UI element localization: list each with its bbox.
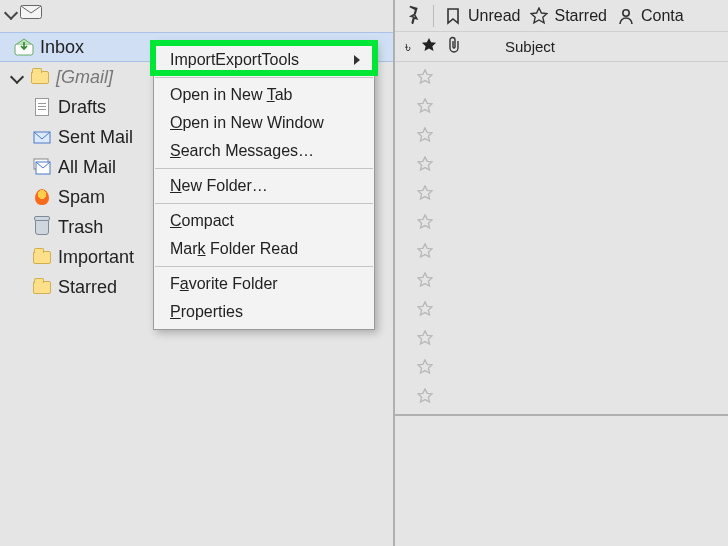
menu-separator [155, 77, 373, 78]
menu-label: Open in New Window [170, 114, 324, 132]
star-outline-icon[interactable] [417, 388, 433, 404]
list-item[interactable] [395, 91, 728, 120]
folder-label: Drafts [58, 97, 106, 118]
star-outline-icon[interactable] [417, 214, 433, 230]
star-outline-icon[interactable] [417, 359, 433, 375]
subject-column[interactable]: Subject [505, 38, 555, 55]
inbox-icon [14, 37, 34, 57]
star-outline-icon[interactable] [417, 156, 433, 172]
folder-icon [32, 247, 52, 267]
draft-icon [32, 97, 52, 117]
menu-separator [155, 266, 373, 267]
list-item[interactable] [395, 149, 728, 178]
menu-label: Open in New Tab [170, 86, 292, 104]
menu-new-folder[interactable]: New Folder… [154, 172, 374, 200]
toolbar-separator [433, 5, 434, 27]
list-item[interactable] [395, 236, 728, 265]
message-list[interactable] [395, 62, 728, 416]
star-icon [530, 7, 548, 25]
list-item[interactable] [395, 178, 728, 207]
menu-compact[interactable]: Compact [154, 207, 374, 235]
star-outline-icon[interactable] [417, 185, 433, 201]
folder-label: Starred [58, 277, 117, 298]
list-item[interactable] [395, 62, 728, 91]
menu-search-messages[interactable]: Search Messages… [154, 137, 374, 165]
submenu-arrow-icon [354, 55, 360, 65]
expand-chevron-icon[interactable] [10, 70, 24, 84]
list-item[interactable] [395, 352, 728, 381]
folder-context-menu: ImportExportTools Open in New Tab Open i… [153, 42, 375, 330]
message-area: Unread Starred Conta ৳ Subject [395, 0, 728, 546]
column-headers: ৳ Subject [395, 32, 728, 62]
menu-label: Properties [170, 303, 243, 321]
star-outline-icon[interactable] [417, 301, 433, 317]
list-item[interactable] [395, 294, 728, 323]
filter-label: Conta [641, 7, 684, 25]
list-item[interactable] [395, 381, 728, 410]
person-icon [617, 7, 635, 25]
spam-icon [32, 187, 52, 207]
star-outline-icon[interactable] [417, 243, 433, 259]
star-outline-icon[interactable] [417, 127, 433, 143]
filter-label: Unread [468, 7, 520, 25]
account-envelope-icon [20, 4, 42, 24]
folder-label: Sent Mail [58, 127, 133, 148]
folder-label: All Mail [58, 157, 116, 178]
folder-label: Important [58, 247, 134, 268]
star-outline-icon[interactable] [417, 330, 433, 346]
filter-starred[interactable]: Starred [530, 7, 606, 25]
menu-label: Mark Folder Read [170, 240, 298, 258]
list-item[interactable] [395, 323, 728, 352]
folder-label: [Gmail] [56, 67, 113, 88]
star-outline-icon[interactable] [417, 69, 433, 85]
pin-icon[interactable] [403, 4, 423, 28]
preview-pane [395, 416, 728, 546]
filter-contact[interactable]: Conta [617, 7, 684, 25]
folder-icon [30, 67, 50, 87]
filter-unread[interactable]: Unread [444, 7, 520, 25]
star-outline-icon[interactable] [417, 98, 433, 114]
list-item[interactable] [395, 265, 728, 294]
menu-open-new-tab[interactable]: Open in New Tab [154, 81, 374, 109]
folder-sidebar: Inbox [Gmail] Drafts Sent Mail [0, 0, 395, 546]
menu-favorite-folder[interactable]: Favorite Folder [154, 270, 374, 298]
bookmark-icon [444, 7, 462, 25]
menu-label: Search Messages… [170, 142, 314, 160]
menu-separator [155, 168, 373, 169]
folder-icon [32, 277, 52, 297]
star-column[interactable] [421, 37, 437, 56]
collapse-chevron-icon[interactable] [4, 6, 18, 20]
svg-point-5 [623, 9, 629, 15]
allmail-icon [32, 157, 52, 177]
menu-open-new-window[interactable]: Open in New Window [154, 109, 374, 137]
menu-label: ImportExportTools [170, 51, 299, 69]
folder-label: Inbox [40, 37, 84, 58]
menu-properties[interactable]: Properties [154, 298, 374, 326]
folder-label: Spam [58, 187, 105, 208]
menu-label: New Folder… [170, 177, 268, 195]
thread-column[interactable]: ৳ [405, 38, 411, 56]
star-outline-icon[interactable] [417, 272, 433, 288]
menu-label: Favorite Folder [170, 275, 278, 293]
filter-label: Starred [554, 7, 606, 25]
folder-label: Trash [58, 217, 103, 238]
menu-separator [155, 203, 373, 204]
trash-icon [32, 217, 52, 237]
attachment-column[interactable] [447, 36, 461, 57]
sent-icon [32, 127, 52, 147]
list-item[interactable] [395, 207, 728, 236]
list-item[interactable] [395, 120, 728, 149]
menu-mark-folder-read[interactable]: Mark Folder Read [154, 235, 374, 263]
quick-filter-toolbar: Unread Starred Conta [395, 0, 728, 32]
menu-import-export[interactable]: ImportExportTools [154, 46, 374, 74]
sidebar-topbar [0, 0, 393, 28]
menu-label: Compact [170, 212, 234, 230]
